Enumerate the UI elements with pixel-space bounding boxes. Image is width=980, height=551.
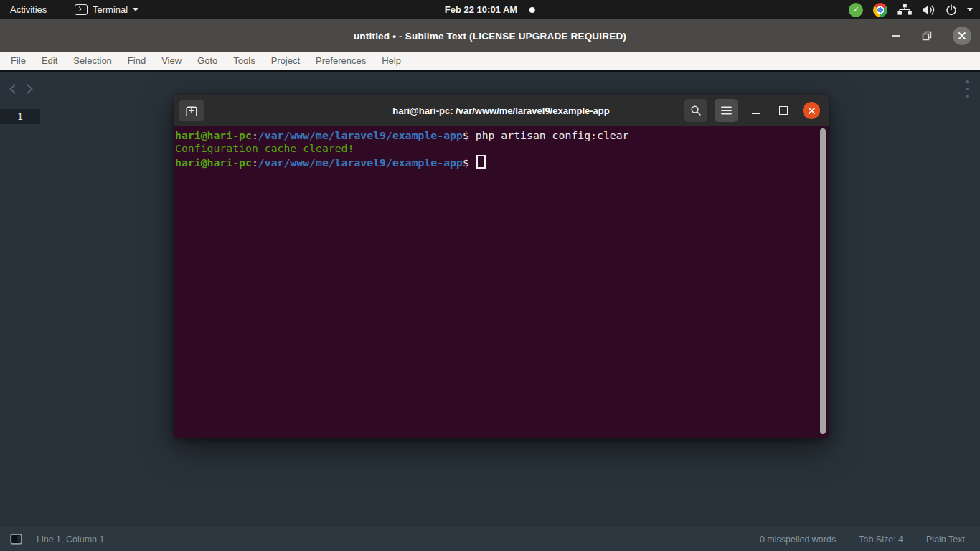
terminal-window-controls	[684, 95, 820, 126]
syntax-status[interactable]: Plain Text	[926, 534, 965, 545]
search-icon	[690, 105, 702, 116]
close-x-icon	[958, 32, 966, 40]
terminal-search-button[interactable]	[684, 99, 707, 122]
terminal-minimize-button[interactable]	[750, 107, 762, 114]
terminal-cursor	[476, 155, 486, 169]
activities-label: Activities	[10, 4, 47, 15]
system-tray: ✓	[849, 0, 973, 19]
nav-back-icon[interactable]	[9, 83, 17, 95]
menu-item-tools[interactable]: Tools	[225, 52, 263, 70]
sublime-window-title: untitled • - Sublime Text (LICENSE UPGRA…	[354, 31, 626, 42]
close-x-icon	[808, 107, 816, 115]
new-tab-icon	[185, 105, 198, 116]
caret-position[interactable]: Line 1, Column 1	[37, 534, 105, 545]
menu-item-project[interactable]: Project	[263, 52, 308, 70]
sublime-statusbar: Line 1, Column 1 0 misspelled wordsTab S…	[0, 527, 980, 551]
menu-item-help[interactable]: Help	[374, 52, 409, 70]
menu-item-goto[interactable]: Goto	[189, 52, 225, 70]
sublime-window-controls	[892, 19, 971, 52]
hamburger-icon	[721, 106, 732, 115]
terminal-close-button[interactable]	[803, 102, 820, 119]
terminal-line: hari@hari-pc:/var/www/me/laravel9/exampl…	[175, 129, 819, 142]
menu-item-selection[interactable]: Selection	[65, 52, 119, 70]
terminal-output: hari@hari-pc:/var/www/me/laravel9/exampl…	[175, 129, 819, 168]
menu-item-view[interactable]: View	[154, 52, 189, 70]
statusbar-left: Line 1, Column 1	[0, 534, 105, 545]
tray-caret-icon[interactable]	[967, 8, 973, 11]
editor-nav-arrows	[9, 83, 34, 95]
sublime-titlebar[interactable]: untitled • - Sublime Text (LICENSE UPGRA…	[0, 19, 980, 52]
menu-item-file[interactable]: File	[3, 52, 34, 70]
new-tab-button[interactable]	[179, 100, 204, 121]
desktop: Activities Terminal Feb 22 10:01 AM ✓	[0, 0, 980, 551]
minimize-icon	[752, 113, 760, 114]
sublime-close-button[interactable]	[953, 27, 971, 45]
network-wired-icon[interactable]	[897, 4, 912, 16]
notification-dot-icon	[529, 7, 535, 13]
panel-toggle-icon[interactable]	[10, 534, 22, 545]
nav-forward-icon[interactable]	[26, 83, 34, 95]
terminal-maximize-button[interactable]	[779, 106, 788, 115]
line-number: 1	[17, 111, 23, 122]
statusbar-right: 0 misspelled wordsTab Size: 4Plain Text	[760, 534, 980, 545]
volume-icon[interactable]	[922, 4, 936, 16]
menu-item-edit[interactable]: Edit	[34, 52, 65, 70]
app-menu-label: Terminal	[93, 4, 128, 15]
sublime-minimize-button[interactable]	[892, 35, 900, 37]
menu-item-preferences[interactable]: Preferences	[308, 52, 374, 70]
terminal-menu-button[interactable]	[715, 99, 738, 122]
overflow-kebab-icon[interactable]	[966, 80, 969, 98]
terminal-screen[interactable]: hari@hari-pc:/var/www/me/laravel9/exampl…	[174, 126, 829, 438]
menubar-shadow	[0, 70, 980, 72]
app-menu[interactable]: Terminal	[75, 0, 138, 19]
clock-label: Feb 22 10:01 AM	[445, 4, 517, 15]
terminal-scrollbar[interactable]	[820, 128, 826, 434]
chrome-icon[interactable]	[873, 3, 887, 17]
spellcheck-status[interactable]: 0 misspelled words	[760, 534, 836, 545]
terminal-app-icon	[75, 4, 88, 15]
menu-item-find[interactable]: Find	[120, 52, 154, 70]
terminal-window: hari@hari-pc: /var/www/me/laravel9/examp…	[174, 95, 829, 438]
terminal-titlebar[interactable]: hari@hari-pc: /var/www/me/laravel9/examp…	[174, 95, 829, 126]
gutter-current-line: 1	[0, 109, 40, 124]
terminal-line: Configuration cache cleared!	[175, 142, 819, 155]
power-icon[interactable]	[946, 4, 957, 16]
clock-button[interactable]: Feb 22 10:01 AM	[445, 0, 535, 19]
terminal-line: hari@hari-pc:/var/www/me/laravel9/exampl…	[175, 155, 819, 168]
tab-size-status[interactable]: Tab Size: 4	[859, 534, 903, 545]
sublime-restore-button[interactable]	[922, 31, 933, 41]
activities-button[interactable]: Activities	[0, 0, 57, 19]
check-badge-icon[interactable]: ✓	[849, 3, 863, 17]
dropdown-caret-icon	[133, 8, 138, 11]
menubar: FileEditSelectionFindViewGotoToolsProjec…	[0, 52, 980, 70]
gnome-top-bar: Activities Terminal Feb 22 10:01 AM ✓	[0, 0, 980, 19]
